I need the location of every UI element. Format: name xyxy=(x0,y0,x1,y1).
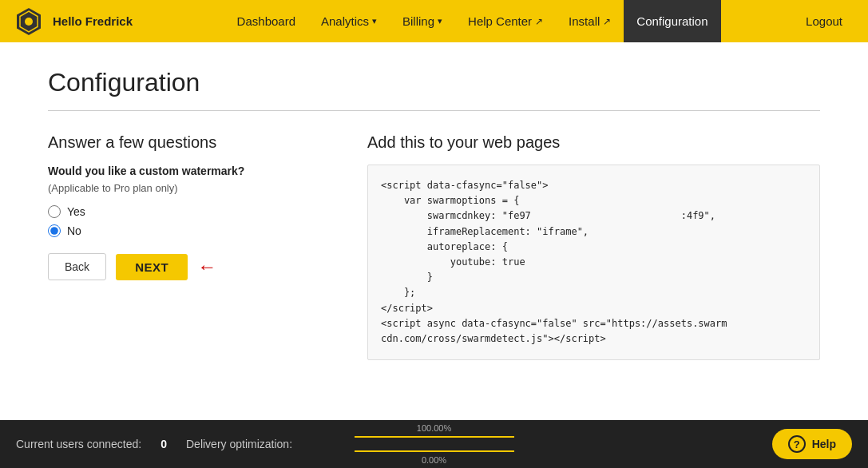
chart-top-label: 100.00% xyxy=(417,423,451,433)
main-content: Configuration Answer a few questions Wou… xyxy=(0,42,868,420)
delivery-label: Delivery optimization: xyxy=(186,438,292,450)
radio-group: Yes No xyxy=(48,205,319,237)
nav-billing[interactable]: Billing ▾ xyxy=(390,0,455,42)
radio-no-input[interactable] xyxy=(48,224,61,237)
arrow-indicator: ← xyxy=(197,256,216,278)
code-snippet: <script data-cfasync="false"> var swarmo… xyxy=(367,165,820,360)
radio-no-label: No xyxy=(67,224,81,237)
analytics-caret: ▾ xyxy=(372,16,377,26)
install-external-icon: ↗ xyxy=(603,16,611,27)
brand-name: Hello Fredrick xyxy=(53,14,133,28)
footer-left: Current users connected: 0 Delivery opti… xyxy=(16,438,292,450)
left-column: Answer a few questions Would you like a … xyxy=(48,133,319,360)
radio-no-item[interactable]: No xyxy=(48,224,319,237)
footer-chart: 100.00% 0.00% xyxy=(355,423,514,465)
nav-help-center[interactable]: Help Center ↗ xyxy=(455,0,556,42)
button-row: Back NEXT ← xyxy=(48,253,319,280)
right-column: Add this to your web pages <script data-… xyxy=(367,133,820,360)
help-center-external-icon: ↗ xyxy=(535,16,543,27)
divider xyxy=(48,110,820,111)
chart-line-top xyxy=(355,436,514,438)
navbar: Hello Fredrick Dashboard Analytics ▾ Bil… xyxy=(0,0,868,42)
footer: Current users connected: 0 Delivery opti… xyxy=(0,420,868,468)
right-heading: Add this to your web pages xyxy=(367,133,820,152)
back-button[interactable]: Back xyxy=(48,253,106,280)
logo-area: Hello Fredrick xyxy=(13,6,133,38)
help-label: Help xyxy=(812,438,836,450)
logout-link[interactable]: Logout xyxy=(793,0,855,42)
page-title: Configuration xyxy=(48,68,820,97)
nav-links: Dashboard Analytics ▾ Billing ▾ Help Cen… xyxy=(152,0,793,42)
help-button[interactable]: ? Help xyxy=(772,429,852,459)
help-icon: ? xyxy=(788,435,806,453)
billing-caret: ▾ xyxy=(438,16,442,26)
left-heading: Answer a few questions xyxy=(48,133,319,152)
question-sub: (Applicable to Pro plan only) xyxy=(48,182,319,194)
chart-bottom-label: 0.00% xyxy=(422,455,446,465)
nav-dashboard[interactable]: Dashboard xyxy=(224,0,308,42)
svg-point-2 xyxy=(25,18,33,26)
users-count: 0 xyxy=(161,438,167,450)
chart-line-bottom xyxy=(355,450,514,452)
nav-analytics[interactable]: Analytics ▾ xyxy=(308,0,390,42)
nav-install[interactable]: Install ↗ xyxy=(556,0,624,42)
radio-yes-label: Yes xyxy=(67,205,85,218)
next-button[interactable]: NEXT xyxy=(116,254,188,280)
radio-yes-item[interactable]: Yes xyxy=(48,205,319,218)
users-label: Current users connected: xyxy=(16,438,141,450)
nav-configuration[interactable]: Configuration xyxy=(624,0,720,42)
logo-icon xyxy=(13,6,45,38)
radio-yes-input[interactable] xyxy=(48,205,61,218)
chart-bar xyxy=(355,434,514,454)
two-column-layout: Answer a few questions Would you like a … xyxy=(48,133,820,360)
question-label: Would you like a custom watermark? xyxy=(48,165,319,177)
